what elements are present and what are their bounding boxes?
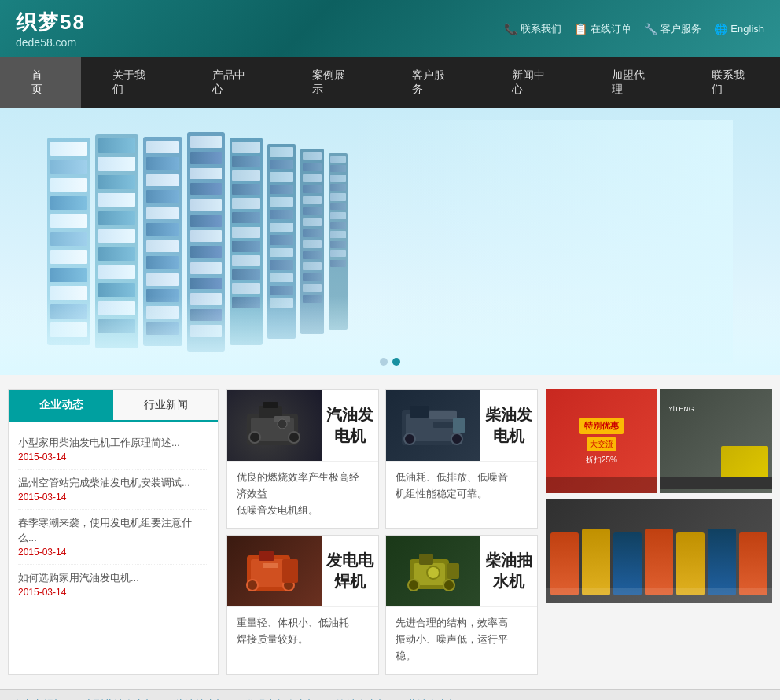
product-card-top-2: 柴油发电机 [386,390,537,461]
product-title-pump: 柴油抽水机 [480,550,537,592]
product-card-gasoil[interactable]: 汽油发电机 优良的燃烧效率产生极高经济效益 低噪音发电机组。 [226,389,379,529]
product-img-diesel [386,390,480,461]
product-img-gasoil [227,390,322,461]
svg-rect-5 [263,402,278,408]
header-lang[interactable]: 🌐 English [714,23,764,35]
svg-rect-13 [429,411,457,419]
svg-rect-28 [447,563,459,579]
news-date-2: 2015-03-14 [18,492,208,503]
photo-truck: YiTENG [660,389,772,493]
product-img-pump [386,536,480,606]
product-row-2: 发电电焊机 重量轻、体积小、低油耗 焊接质量较好。 [226,535,538,674]
header-contact[interactable]: 📞 联系我们 [504,22,561,36]
product-desc-gasoil: 优良的燃烧效率产生极高经济效益 低噪音发电机组。 [227,461,378,528]
news-title-1[interactable]: 小型家用柴油发电机工作原理简述... [18,436,208,450]
svg-point-18 [247,580,258,591]
product-card-pump[interactable]: 柴油抽水机 先进合理的结构，效率高 振动小、噪声低，运行平稳。 [385,535,538,674]
header-service-label: 客户服务 [660,22,701,36]
banner-content: // Generate racks inline [0,108,780,375]
svg-rect-15 [453,418,465,433]
svg-rect-10 [410,406,429,418]
product-title-area-4: 柴油抽水机 [480,536,537,606]
product-title-area-1: 汽油发电机 [322,390,378,461]
photo-exhibition: 特别优惠 大交流 折扣25% [546,389,657,493]
products-section: 汽油发电机 优良的燃烧效率产生极高经济效益 低噪音发电机组。 [226,389,538,675]
nav-products[interactable]: 产品中心 [181,57,281,108]
svg-point-11 [404,433,415,444]
news-section: 企业动态 行业新闻 小型家用柴油发电机工作原理简述... 2015-03-14 … [8,389,219,675]
nav-contact[interactable]: 联系我们 [680,57,780,108]
banner-dot-2[interactable] [392,358,400,366]
logo-subtitle: dede58.com [16,36,86,49]
service-icon: 🔧 [644,23,657,35]
order-icon: 📋 [574,23,587,35]
news-date-1: 2015-03-14 [18,451,208,462]
navbar: 首页 关于我们 产品中心 案例展示 客户服务 新闻中心 加盟代理 联系我们 [0,57,780,108]
header-order[interactable]: 📋 在线订单 [574,22,631,36]
banner-dots [380,358,400,366]
svg-point-26 [443,580,454,591]
news-date-3: 2015-03-14 [18,547,208,558]
news-title-4[interactable]: 如何选购家用汽油发电机... [18,571,208,585]
list-item: 温州空管站完成柴油发电机安装调试... 2015-03-14 [18,470,208,510]
header-order-label: 在线订单 [591,22,631,36]
news-date-4: 2015-03-14 [18,587,208,598]
news-tab-industry[interactable]: 行业新闻 [113,390,218,420]
news-tabs: 企业动态 行业新闻 [9,390,218,422]
main-content: 企业动态 行业新闻 小型家用柴油发电机工作原理简述... 2015-03-14 … [0,375,780,689]
logo: 织梦58 dede58.com [16,9,86,49]
svg-point-3 [289,432,300,443]
news-title-3[interactable]: 春季寒潮来袭，使用发电机组要注意什么... [18,516,208,544]
product-card-top-1: 汽油发电机 [227,390,378,461]
photo-row-top: 特别优惠 大交流 折扣25% YiTENG [546,389,772,493]
svg-point-7 [278,419,287,429]
header-lang-label: English [730,23,764,35]
photo-generators-row [546,499,772,603]
product-row-1: 汽油发电机 优良的燃烧效率产生极高经济效益 低噪音发电机组。 [226,389,538,529]
banner-dot-1[interactable] [380,358,388,366]
svg-rect-27 [419,554,433,565]
nav-franchise[interactable]: 加盟代理 [580,57,680,108]
nav-news[interactable]: 新闻中心 [480,57,580,108]
phone-icon: 📞 [504,23,517,35]
news-tab-company[interactable]: 企业动态 [9,390,113,420]
footer-links: 发电电焊机 ｜ 小型柴油发电机 ｜ 柴油抽水机 ｜ 数码变频发电机 ｜ 汽油发电… [0,689,780,700]
news-title-2[interactable]: 温州空管站完成柴油发电机安装调试... [18,476,208,490]
header-nav: 📞 联系我们 📋 在线订单 🔧 客户服务 🌐 English [504,22,764,36]
product-title-area-2: 柴油发电机 [480,390,537,461]
svg-rect-22 [263,563,278,568]
nav-service[interactable]: 客户服务 [381,57,480,108]
svg-point-2 [249,432,260,443]
svg-rect-14 [433,422,453,428]
header: 织梦58 dede58.com 📞 联系我们 📋 在线订单 🔧 客户服务 🌐 E… [0,0,780,57]
header-service[interactable]: 🔧 客户服务 [644,22,701,36]
logo-title: 织梦58 [16,9,86,36]
svg-rect-21 [282,559,298,583]
photos-section: 特别优惠 大交流 折扣25% YiTENG [546,389,772,675]
product-card-top-4: 柴油抽水机 [386,536,537,606]
svg-rect-20 [259,551,274,561]
product-desc-welder: 重量轻、体积小、低油耗 焊接质量较好。 [227,606,378,658]
nav-cases[interactable]: 案例展示 [281,57,381,108]
list-item: 如何选购家用汽油发电机... 2015-03-14 [18,565,208,604]
product-card-top-3: 发电电焊机 [227,536,378,606]
product-card-diesel[interactable]: 柴油发电机 低油耗、低排放、低噪音 机组性能稳定可靠。 [385,389,538,529]
lang-icon: 🌐 [714,23,727,35]
header-contact-label: 联系我们 [521,22,561,36]
list-item: 小型家用柴油发电机工作原理简述... 2015-03-14 [18,429,208,470]
svg-point-25 [408,580,419,591]
nav-home[interactable]: 首页 [0,57,81,108]
product-title-area-3: 发电电焊机 [322,536,378,606]
product-desc-diesel: 低油耗、低排放、低噪音 机组性能稳定可靠。 [386,461,537,512]
svg-point-29 [427,566,440,579]
banner-visual [0,108,780,375]
nav-about[interactable]: 关于我们 [81,57,181,108]
banner: // Generate racks inline [0,108,780,375]
product-title-diesel: 柴油发电机 [480,404,537,447]
product-card-welder[interactable]: 发电电焊机 重量轻、体积小、低油耗 焊接质量较好。 [226,535,379,674]
svg-point-12 [451,433,462,444]
product-img-welder [227,536,322,606]
list-item: 春季寒潮来袭，使用发电机组要注意什么... 2015-03-14 [18,510,208,564]
news-list: 小型家用柴油发电机工作原理简述... 2015-03-14 温州空管站完成柴油发… [9,422,218,612]
product-title-welder: 发电电焊机 [322,550,378,592]
